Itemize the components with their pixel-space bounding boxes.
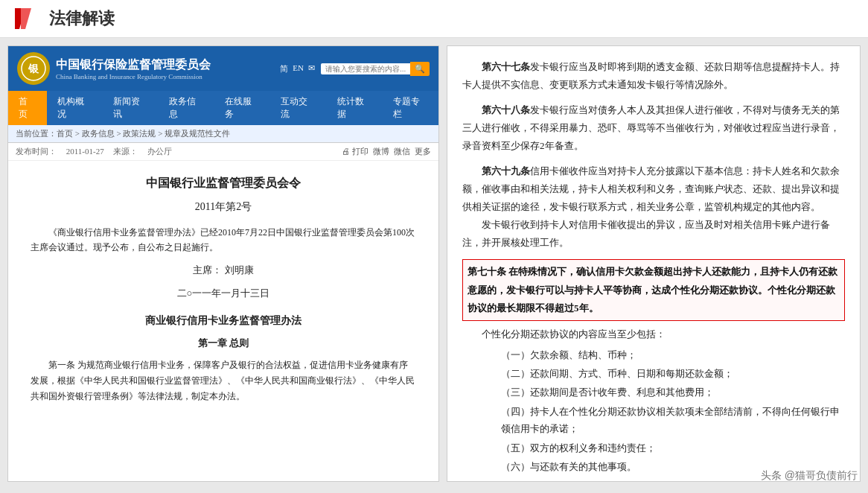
cbrc-header: 银 中国银行保险监督管理委员会 China Banking and Insura… xyxy=(8,46,438,91)
svg-text:银: 银 xyxy=(28,63,39,74)
list-item: （四）持卡人在个性化分期还款协议相关款项未全部结清前，不得向任何银行申领信用卡的… xyxy=(501,403,845,438)
meta-date: 2011-01-27 xyxy=(66,147,104,156)
article-1-num: 第一条 xyxy=(48,360,75,370)
list-item: （二）还款间期、方式、币种、日期和每期还款金额； xyxy=(501,365,845,382)
list-item: （三）还款期间是否计收年费、利息和其他费用； xyxy=(501,384,845,401)
doc-date: 二○一一年一月十三日 xyxy=(31,284,416,302)
article-70: 第七十条 在特殊情况下，确认信用卡欠款金额超出持卡人还款能力，且持卡人仍有还款意… xyxy=(462,259,845,482)
art70-highlight-box: 第七十条 在特殊情况下，确认信用卡欠款金额超出持卡人还款能力，且持卡人仍有还款意… xyxy=(462,259,845,320)
mail-icon[interactable]: ✉ xyxy=(308,63,315,74)
doc-article-1: 第一条 为规范商业银行信用卡业务，保障客户及银行的合法权益，促进信用卡业务健康有… xyxy=(31,357,416,404)
cbrc-title-block: 中国银行保险监督管理委员会 China Banking and Insuranc… xyxy=(56,57,211,80)
weibo-button[interactable]: 微博 xyxy=(373,146,389,157)
cbrc-logo-area: 银 中国银行保险监督管理委员会 China Banking and Insura… xyxy=(17,52,211,85)
art70-num: 第七十条 xyxy=(467,266,506,277)
page-title: 法律解读 xyxy=(49,7,115,30)
lang-cn[interactable]: 简 xyxy=(280,63,288,74)
wechat-button[interactable]: 微信 xyxy=(394,146,410,157)
nav-service[interactable]: 在线服务 xyxy=(214,91,270,125)
list-item: （一）欠款余额、结构、币种； xyxy=(501,346,845,363)
cbrc-title-cn: 中国银行保险监督管理委员会 xyxy=(56,57,211,73)
meta-source-label: 来源： xyxy=(113,147,138,156)
art69-num: 第六十九条 xyxy=(482,165,530,176)
nav-news[interactable]: 新闻资讯 xyxy=(103,91,159,125)
right-panel: 第六十七条发卡银行应当及时即将到期的透支金额、还款日期等信息提醒持卡人。持卡人提… xyxy=(447,45,861,482)
doc-signature: 主席： 刘明康 xyxy=(31,261,416,279)
cbrc-nav-links: 简 EN ✉ xyxy=(280,63,315,74)
doc-subtitle: 2011年第2号 xyxy=(31,197,416,216)
meta-date-label: 发布时间： xyxy=(16,147,57,156)
signature-name: 刘明康 xyxy=(225,264,254,276)
doc-main-title: 中国银行业监督管理委员会令 xyxy=(31,173,416,194)
cbrc-search: 🔍 xyxy=(321,62,430,76)
article-67: 第六十七条发卡银行应当及时即将到期的透支金额、还款日期等信息提醒持卡人。持卡人提… xyxy=(462,58,845,94)
main-container: 银 中国银行保险监督管理委员会 China Banking and Insura… xyxy=(0,38,868,489)
nav-about[interactable]: 机构概况 xyxy=(47,91,103,125)
cbrc-nav: 首页 机构概况 新闻资讯 政务信息 在线服务 互动交流 统计数据 专题专栏 xyxy=(8,91,438,125)
search-input[interactable] xyxy=(321,63,410,74)
print-button[interactable]: 🖨 打印 xyxy=(342,146,368,157)
nav-stats[interactable]: 统计数据 xyxy=(327,91,383,125)
article-68: 第六十八条发卡银行应当对债务人本人及其担保人进行催收，不得对与债务无关的第三人进… xyxy=(462,101,845,155)
cbrc-emblem: 银 xyxy=(17,52,50,85)
signature-label: 主席： xyxy=(193,264,222,276)
doc-meta-left: 发布时间： 2011-01-27 来源： 办公厅 xyxy=(16,146,179,157)
art69-extra: 发卡银行收到持卡人对信用卡催收提出的异议，应当及时对相关信用卡账户进行备注，并开… xyxy=(462,216,845,252)
article-1-text: 为规范商业银行信用卡业务，保障客户及银行的合法权益，促进信用卡业务健康有序发展，… xyxy=(31,360,415,401)
doc-chapter-1: 第一章 总则 xyxy=(31,334,416,352)
search-button[interactable]: 🔍 xyxy=(410,62,430,76)
doc-content: 中国银行业监督管理委员会令 2011年第2号 《商业银行信用卡业务监督管理办法》… xyxy=(8,161,438,482)
art67-num: 第六十七条 xyxy=(482,61,530,72)
nav-policy[interactable]: 政务信息 xyxy=(159,91,214,125)
breadcrumb: 当前位置：首页 > 政务信息 > 政策法规 > 规章及规范性文件 xyxy=(8,125,438,143)
art70-sub-intro: 个性化分期还款协议的内容应当至少包括： xyxy=(462,325,845,343)
list-item: （六）与还款有关的其他事项。 xyxy=(501,458,845,475)
svg-marker-1 xyxy=(21,8,31,29)
art70-sub-list: （一）欠款余额、结构、币种； （二）还款间期、方式、币种、日期和每期还款金额； … xyxy=(462,346,845,476)
doc-meta: 发布时间： 2011-01-27 来源： 办公厅 🖨 打印 微博 微信 更多 xyxy=(8,143,438,161)
page-header: 法律解读 xyxy=(0,0,868,38)
lang-en[interactable]: EN xyxy=(293,63,304,74)
meta-source: 办公厅 xyxy=(147,147,172,156)
nav-special[interactable]: 专题专栏 xyxy=(383,91,438,125)
cbrc-title-en: China Banking and Insurance Regulatory C… xyxy=(56,73,211,80)
cbrc-header-right: 简 EN ✉ 🔍 xyxy=(280,62,430,76)
doc-meta-right: 🖨 打印 微博 微信 更多 xyxy=(342,146,431,157)
art70-extra2: 双方达成一致意见并签署分期还款协议的，发卡银行及其发卡业务服务机构应当停止对该持… xyxy=(462,478,845,482)
doc-intro: 《商业银行信用卡业务监督管理办法》已经2010年7月22日中国银行业监督管理委员… xyxy=(31,225,416,255)
logo-icon xyxy=(15,8,42,29)
nav-interact[interactable]: 互动交流 xyxy=(270,91,326,125)
more-button[interactable]: 更多 xyxy=(415,146,431,157)
doc-chapter-title: 商业银行信用卡业务监督管理办法 xyxy=(31,311,416,330)
left-panel: 银 中国银行保险监督管理委员会 China Banking and Insura… xyxy=(7,45,439,482)
art70-text: 在特殊情况下，确认信用卡欠款金额超出持卡人还款能力，且持卡人仍有还款意愿的，发卡… xyxy=(467,266,837,313)
list-item: （五）双方的权利义务和违约责任； xyxy=(501,439,845,457)
art68-num: 第六十八条 xyxy=(482,104,530,115)
nav-home[interactable]: 首页 xyxy=(8,91,47,125)
article-69: 第六十九条信用卡催收件应当对持卡人充分披露以下基本信息：持卡人姓名和欠款余额，催… xyxy=(462,162,845,252)
